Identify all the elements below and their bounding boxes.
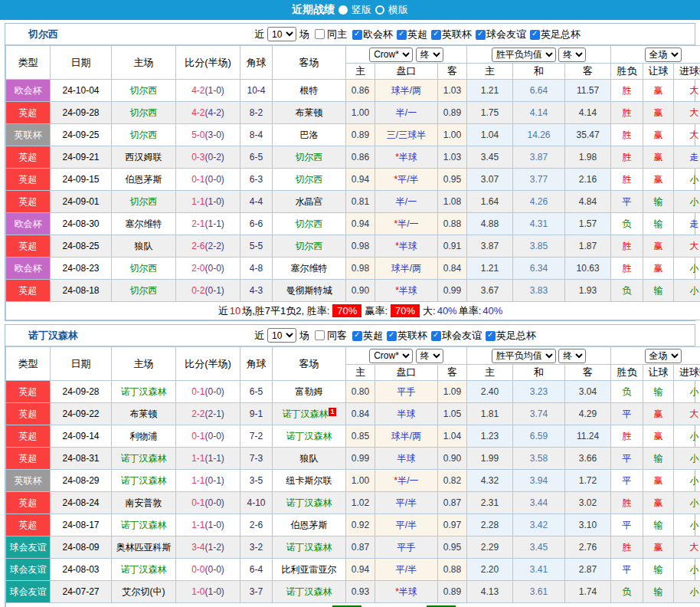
league-checkbox[interactable] xyxy=(352,331,362,341)
handicap-away-odds: 1.04 xyxy=(438,425,467,448)
result-goals: 小 xyxy=(674,258,700,280)
lose-odds: 1.93 xyxy=(565,280,611,302)
vertical-layout-label[interactable]: 竖版 xyxy=(352,3,371,17)
handicap-line-label: 平/半 xyxy=(396,520,417,530)
recent-count-select[interactable]: 10 xyxy=(267,27,296,41)
result-goals: 大 xyxy=(674,80,700,102)
corner-count: 6-6 xyxy=(240,213,273,235)
handicap-line-label: 半球 xyxy=(397,408,416,419)
result-handicap: 赢 xyxy=(643,102,674,124)
handicap-line-label: 半球 xyxy=(397,453,416,464)
result-handicap: 赢 xyxy=(643,258,674,280)
handicap-line: 三/三球半 xyxy=(375,124,438,146)
league-checkbox[interactable] xyxy=(486,331,496,341)
handicap-away-odds: 1.08 xyxy=(438,191,467,213)
result-wdl: 负 xyxy=(611,581,643,603)
away-team: 切尔西 xyxy=(273,146,346,169)
handicap-line-label: 半/一 xyxy=(397,475,418,486)
final-odds-select-2[interactable]: 终 xyxy=(558,349,586,363)
recent-count-select[interactable]: 10 xyxy=(267,328,296,343)
league-checkbox[interactable] xyxy=(476,30,486,40)
col-score: 比分(半场) xyxy=(176,347,240,381)
league-checkbox[interactable] xyxy=(431,30,441,40)
col-corner: 角球 xyxy=(240,46,273,80)
halftime-score: (0-1) xyxy=(205,475,224,486)
result-handicap: 赢 xyxy=(643,80,674,102)
fulltime-score: 3-4 xyxy=(191,542,204,553)
halftime-score: (1-0) xyxy=(205,520,224,530)
halftime-score: (2-1) xyxy=(205,408,224,419)
final-odds-select-2[interactable]: 终 xyxy=(558,48,586,62)
vertical-layout-radio[interactable] xyxy=(339,5,348,15)
match-type-badge: 欧会杯 xyxy=(6,80,51,102)
team-label: 比利亚雷亚尔 xyxy=(282,564,337,575)
handicap-home-odds: 0.81 xyxy=(346,191,375,213)
home-team: 诺丁汉森林 xyxy=(112,559,176,581)
wdl-group-header: 胜平负均值 终 xyxy=(467,46,611,64)
same-venue-checkbox[interactable] xyxy=(315,330,325,340)
result-wdl: 平 xyxy=(611,448,643,470)
league-checkbox[interactable] xyxy=(352,30,362,40)
result-goals: 小 xyxy=(674,559,700,581)
team-label: 诺丁汉森林 xyxy=(286,586,332,597)
final-odds-select[interactable]: 终 xyxy=(416,48,443,62)
horizontal-layout-radio[interactable] xyxy=(375,5,384,15)
match-row: 英超24-08-17诺丁汉森林1-1(1-0)2-6伯恩茅斯0.92平/半0.9… xyxy=(6,514,700,536)
handicap-line-label: 球半/两 xyxy=(391,263,421,274)
col-type: 类型 xyxy=(6,46,51,80)
result-goals: 小 xyxy=(674,381,700,403)
summary-text: 近 xyxy=(218,305,228,317)
away-team: 巴洛 xyxy=(273,124,346,146)
final-odds-select[interactable]: 终 xyxy=(416,349,443,363)
summary-text: 场,胜7平1负2, 胜率: xyxy=(242,305,329,317)
match-type-badge: 英超 xyxy=(6,169,51,191)
away-team: 水晶宫 xyxy=(273,191,346,213)
lose-odds: 10.63 xyxy=(565,258,611,280)
result-handicap: 赢 xyxy=(643,536,674,559)
near-label: 近 xyxy=(254,329,264,343)
result-wdl: 负 xyxy=(611,213,643,235)
league-checkbox[interactable] xyxy=(397,30,407,40)
bookmaker-select[interactable]: Crow* xyxy=(369,48,413,62)
score-cell: 1-1(1-1) xyxy=(176,448,240,470)
summary-text: 40% xyxy=(437,305,457,317)
handicap-home-odds: 0.90 xyxy=(346,280,375,302)
away-team: 切尔西 xyxy=(273,213,346,235)
league-checkbox[interactable] xyxy=(387,331,397,341)
team-label: 西汉姆联 xyxy=(126,152,162,162)
near-label: 近 xyxy=(254,28,264,41)
horizontal-layout-label[interactable]: 横版 xyxy=(388,3,408,17)
scope-select[interactable]: 全场 xyxy=(645,48,682,62)
corner-count: 7-2 xyxy=(240,425,273,448)
draw-odds: 3.83 xyxy=(513,280,565,302)
fulltime-score: 1-0 xyxy=(191,586,204,597)
team-label: 塞尔维特 xyxy=(126,218,162,229)
avg-odds-select[interactable]: 胜平负均值 xyxy=(492,48,556,62)
sub-col-8: 进球数 xyxy=(674,365,700,381)
score-cell: 2-1(1-1) xyxy=(176,213,240,235)
bookmaker-select[interactable]: Crow* xyxy=(369,349,413,363)
result-goals: 走 xyxy=(674,146,700,169)
match-type-badge: 英超 xyxy=(6,514,51,536)
same-venue-checkbox[interactable] xyxy=(315,29,325,39)
league-checkbox[interactable] xyxy=(431,331,441,341)
handicap-line-label: 平手 xyxy=(397,542,416,553)
corner-count: 3-2 xyxy=(240,536,273,559)
result-goals: 大 xyxy=(674,536,700,559)
result-wdl: 胜 xyxy=(611,536,643,559)
result-handicap: 赢 xyxy=(643,235,674,258)
result-handicap: 输 xyxy=(643,448,674,470)
result-group-header: 全场 xyxy=(611,46,700,64)
league-checkbox[interactable] xyxy=(530,30,540,40)
corner-count: 6-3 xyxy=(240,169,273,191)
fulltime-score: 4-2 xyxy=(191,85,204,96)
fulltime-score: 0-1 xyxy=(191,386,204,397)
home-team: 诺丁汉森林 xyxy=(112,514,176,536)
scope-select[interactable]: 全场 xyxy=(645,349,682,363)
avg-odds-select[interactable]: 胜平负均值 xyxy=(492,349,556,363)
match-type-badge: 英超 xyxy=(6,235,51,258)
result-wdl: 平 xyxy=(611,559,643,581)
panel-header: 诺丁汉森林 近 10 场 同客 英超英联杯球会友谊英足总杯 xyxy=(5,325,695,346)
home-team: 塞尔维特 xyxy=(112,213,176,235)
away-team: 切尔西 xyxy=(273,169,346,191)
